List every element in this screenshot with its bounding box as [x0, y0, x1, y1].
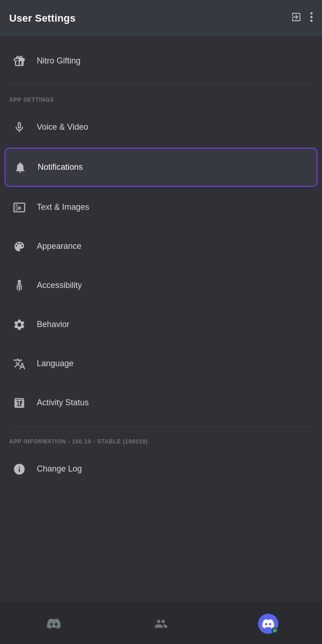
nitro-gifting-label: Nitro Gifting — [37, 56, 80, 66]
sidebar-item-appearance[interactable]: Appearance — [0, 227, 322, 266]
bell-icon — [10, 161, 30, 174]
page-title: User Settings — [9, 12, 75, 24]
change-log-label: Change Log — [37, 464, 82, 474]
online-indicator — [272, 627, 278, 633]
header-actions — [291, 12, 313, 25]
divider-2 — [9, 426, 313, 426]
nav-friends[interactable] — [147, 610, 175, 638]
sidebar-item-activity-status[interactable]: ? Activity Status — [0, 383, 322, 422]
info-icon — [9, 463, 29, 476]
sidebar-item-voice-video[interactable]: Voice & Video — [0, 108, 322, 147]
nav-profile[interactable] — [254, 610, 282, 638]
svg-text:?: ? — [18, 402, 20, 406]
sidebar-item-nitro-gifting[interactable]: Nitro Gifting — [0, 41, 322, 80]
friends-icon — [154, 617, 168, 631]
header: User Settings — [0, 0, 322, 37]
language-icon — [9, 357, 29, 370]
svg-point-0 — [310, 12, 313, 14]
appearance-label: Appearance — [37, 242, 81, 251]
notifications-label: Notifications — [38, 162, 83, 172]
sidebar-item-behavior[interactable]: Behavior — [0, 305, 322, 344]
app-info-label: APP INFORMATION - 106.10 - STABLE (10601… — [0, 430, 322, 449]
sidebar-item-notifications[interactable]: Notifications — [5, 148, 317, 187]
more-options-icon[interactable] — [310, 12, 313, 25]
sidebar-item-accessibility[interactable]: Accessibility — [0, 266, 322, 305]
activity-icon: ? — [9, 397, 29, 409]
behavior-label: Behavior — [37, 320, 69, 329]
settings-content: Nitro Gifting APP SETTINGS Voice & Video… — [0, 37, 322, 603]
image-icon — [9, 201, 29, 214]
behavior-icon — [9, 318, 29, 331]
svg-point-1 — [310, 16, 313, 18]
nav-home[interactable] — [40, 610, 68, 638]
bottom-navigation — [0, 603, 322, 644]
sidebar-item-text-images[interactable]: Text & Images — [0, 188, 322, 227]
accessibility-icon — [9, 279, 29, 292]
app-settings-label: APP SETTINGS — [0, 88, 322, 108]
activity-status-label: Activity Status — [37, 398, 89, 408]
avatar — [258, 614, 278, 634]
accessibility-label: Accessibility — [37, 281, 82, 290]
sidebar-item-language[interactable]: Language — [0, 344, 322, 383]
palette-icon — [9, 240, 29, 253]
text-images-label: Text & Images — [37, 202, 89, 212]
language-label: Language — [37, 359, 74, 368]
sidebar-item-change-log[interactable]: Change Log — [0, 449, 322, 489]
divider-1 — [9, 84, 313, 85]
voice-video-label: Voice & Video — [37, 122, 88, 132]
discord-icon — [47, 617, 61, 631]
mic-icon — [9, 121, 29, 134]
gift-icon — [9, 55, 29, 68]
svg-point-2 — [310, 19, 313, 22]
exit-icon[interactable] — [291, 12, 302, 25]
